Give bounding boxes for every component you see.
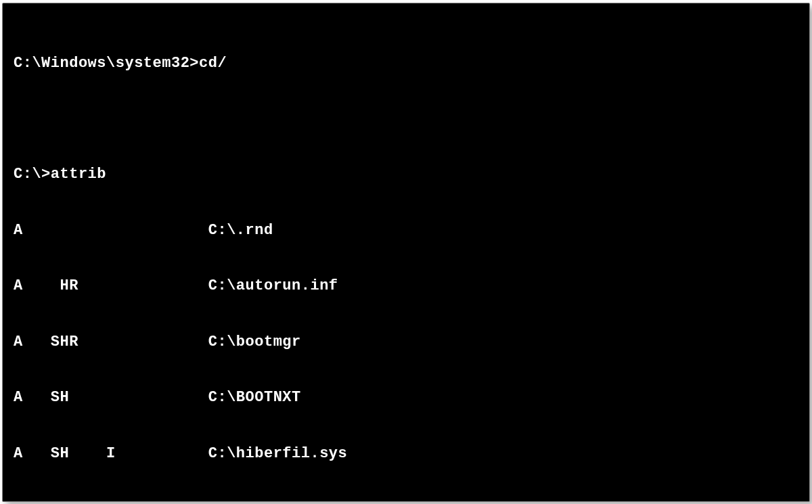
terminal-output: C:\Windows\system32>cd/ C:\>attrib A C:\… (14, 17, 798, 502)
output-line: A SH I C:\hiberfil.sys (14, 444, 798, 463)
cmd-terminal-window[interactable]: C:\Windows\system32>cd/ C:\>attrib A C:\… (2, 3, 810, 502)
output-line: A SHR C:\bootmgr (14, 333, 798, 352)
cmd-line: C:\Windows\system32>cd/ (14, 54, 798, 73)
blank-line (14, 110, 798, 128)
output-line: A SH C:\pagefile.sys (14, 500, 798, 502)
output-line: A HR C:\autorun.inf (14, 277, 798, 296)
output-line: A SH C:\BOOTNXT (14, 388, 798, 407)
cmd-line: C:\>attrib (14, 165, 798, 184)
output-line: A C:\.rnd (14, 221, 798, 240)
